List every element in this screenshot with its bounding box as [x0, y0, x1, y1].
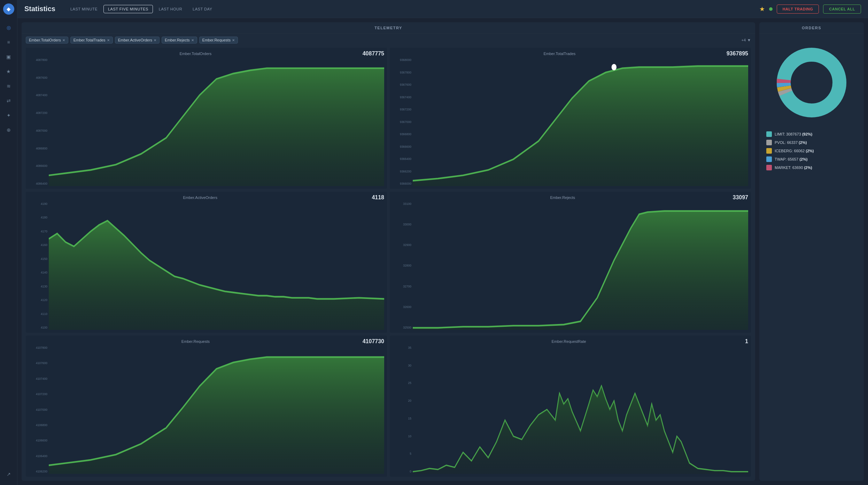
chart-title: Ember.RequestRate	[393, 339, 745, 344]
chart-request-rate: Ember.RequestRate 1 35 30 25 20 15 10 5 …	[390, 336, 751, 477]
chart-header: Ember.RequestRate 1	[393, 338, 748, 345]
chart-total-trades: Ember.TotalTrades 9367895 9368000 936780…	[390, 48, 751, 189]
chart-svg	[49, 57, 384, 186]
legend-item-iceberg: ICEBERG: 66062 (2%)	[766, 148, 857, 154]
chart-value: 9367895	[727, 51, 748, 57]
legend-label-twap: TWAP: 65657 (2%)	[775, 157, 807, 161]
filter-last-day[interactable]: LAST DAY	[188, 5, 217, 13]
chart-title: Ember.TotalOrders	[29, 52, 363, 56]
cancel-all-button[interactable]: CANCEL ALL	[823, 5, 861, 14]
chart-area: 35 30 25 20 15 10 5 0	[393, 345, 748, 474]
chart-header: Ember.ActiveOrders 4118	[29, 194, 384, 201]
legend-color-limit	[766, 131, 772, 137]
chart-header: Ember.Rejects 33097	[393, 194, 748, 201]
tag-total-orders[interactable]: Ember.TotalOrders ✕	[26, 37, 68, 44]
legend-item-limit: LIMIT: 3087673 (92%)	[766, 131, 857, 137]
donut-chart	[770, 41, 853, 124]
chart-header: Ember.TotalOrders 4087775	[29, 51, 384, 57]
chart-svg	[413, 57, 748, 186]
chart-svg	[413, 345, 748, 474]
y-axis: 4107800 4107600 4107400 4107200 4107000 …	[29, 345, 49, 474]
sidebar-icon-list[interactable]: ≡	[2, 36, 15, 48]
legend: LIMIT: 3087673 (92%) PVOL: 66337 (2%) IC…	[759, 128, 864, 174]
legend-label-iceberg: ICEBERG: 66062 (2%)	[775, 149, 814, 153]
sidebar-icon-chart[interactable]: ◎	[2, 21, 15, 34]
time-filter: LAST MINUTE LAST FIVE MINUTES LAST HOUR …	[66, 5, 217, 13]
header-right: ★ HALT TRADING CANCEL ALL	[759, 5, 861, 14]
legend-item-twap: TWAP: 65657 (2%)	[766, 156, 857, 162]
chart-area: 4190 4180 4170 4160 4150 4140 4130 4120 …	[29, 201, 384, 330]
chart-header: Ember.Requests 4107730	[29, 338, 384, 345]
tag-close-icon[interactable]: ✕	[107, 38, 110, 42]
filter-last-five-minutes[interactable]: LAST FIVE MINUTES	[103, 5, 153, 13]
sidebar-icon-star[interactable]: ★	[2, 65, 15, 78]
chart-title: Ember.Rejects	[393, 195, 733, 200]
tag-close-icon[interactable]: ✕	[154, 38, 156, 42]
chart-value: 33097	[733, 194, 749, 201]
star-icon: ★	[759, 5, 765, 13]
page-title: Statistics	[24, 5, 55, 13]
tag-close-icon[interactable]: ✕	[191, 38, 194, 42]
body-content: TELEMETRY Ember.TotalOrders ✕ Ember.Tota…	[17, 18, 868, 485]
chart-title: Ember.Requests	[29, 339, 363, 344]
sidebar-icon-exit[interactable]: ↗	[2, 468, 15, 480]
chart-svg	[49, 201, 384, 330]
legend-color-market	[766, 165, 772, 170]
legend-label-market: MARKET: 63690 (2%)	[775, 165, 812, 170]
legend-color-iceberg	[766, 148, 772, 154]
legend-color-pvol	[766, 140, 772, 145]
tags-bar: Ember.TotalOrders ✕ Ember.TotalTrades ✕ …	[22, 34, 755, 46]
tag-rejects[interactable]: Ember.Rejects ✕	[162, 37, 197, 44]
status-dot	[769, 7, 773, 11]
app-logo[interactable]: ◆	[3, 3, 14, 15]
chart-area: 4087800 4087600 4087400 4087200 4087000 …	[29, 57, 384, 186]
chart-header: Ember.TotalTrades 9367895	[393, 51, 748, 57]
telemetry-title: TELEMETRY	[22, 22, 755, 34]
sidebar-icon-add[interactable]: ⊕	[2, 124, 15, 136]
tag-close-icon[interactable]: ✕	[62, 38, 65, 42]
tag-total-trades[interactable]: Ember.TotalTrades ✕	[70, 37, 113, 44]
tag-requests[interactable]: Ember.Requests ✕	[199, 37, 238, 44]
chart-rejects: Ember.Rejects 33097 33100 33000 32900 32…	[390, 192, 751, 333]
tag-label: Ember.ActiveOrders	[118, 38, 152, 42]
chart-svg	[49, 345, 384, 474]
y-axis: 9368000 9367800 9367600 9367400 9367200 …	[393, 57, 413, 186]
sidebar: ◆ ◎ ≡ ▣ ★ ≋ ⇄ ✦ ⊕ ↗	[0, 0, 17, 485]
sidebar-icon-tools[interactable]: ✦	[2, 109, 15, 122]
tag-label: Ember.TotalOrders	[29, 38, 61, 42]
svg-point-7	[791, 62, 832, 103]
legend-label-pvol: PVOL: 66337 (2%)	[775, 140, 807, 145]
svg-point-0	[612, 64, 617, 70]
filter-last-hour[interactable]: LAST HOUR	[154, 5, 187, 13]
sidebar-icon-data[interactable]: ≋	[2, 80, 15, 92]
header: Statistics LAST MINUTE LAST FIVE MINUTES…	[17, 0, 868, 18]
chart-active-orders: Ember.ActiveOrders 4118 4190 4180 4170 4…	[26, 192, 387, 333]
filter-last-minute[interactable]: LAST MINUTE	[66, 5, 102, 13]
chart-area: 4107800 4107600 4107400 4107200 4107000 …	[29, 345, 384, 474]
tag-label: Ember.TotalTrades	[73, 38, 106, 42]
sidebar-icon-grid[interactable]: ▣	[2, 51, 15, 63]
y-axis: 4087800 4087600 4087400 4087200 4087000 …	[29, 57, 49, 186]
chart-value: 4087775	[363, 51, 384, 57]
sidebar-icon-transfer[interactable]: ⇄	[2, 94, 15, 107]
chevron-down-icon: ▼	[747, 38, 751, 42]
tags-more-count: +4	[742, 38, 746, 42]
chart-title: Ember.ActiveOrders	[29, 195, 372, 200]
telemetry-panel: TELEMETRY Ember.TotalOrders ✕ Ember.Tota…	[22, 22, 755, 481]
y-axis: 4190 4180 4170 4160 4150 4140 4130 4120 …	[29, 201, 49, 330]
tag-close-icon[interactable]: ✕	[232, 38, 235, 42]
charts-grid: Ember.TotalOrders 4087775 4087800 408760…	[22, 46, 755, 481]
tag-label: Ember.Requests	[202, 38, 231, 42]
chart-value: 1	[745, 338, 748, 345]
chart-requests: Ember.Requests 4107730 4107800 4107600 4…	[26, 336, 387, 477]
chart-value: 4107730	[363, 338, 384, 345]
tags-more-button[interactable]: +4 ▼	[742, 38, 751, 42]
y-axis: 35 30 25 20 15 10 5 0	[393, 345, 413, 474]
halt-trading-button[interactable]: HALT TRADING	[777, 5, 819, 14]
orders-panel: ORDERS	[759, 22, 864, 481]
legend-color-twap	[766, 156, 772, 162]
chart-svg	[413, 201, 748, 330]
donut-container	[759, 34, 864, 128]
tag-active-orders[interactable]: Ember.ActiveOrders ✕	[115, 37, 160, 44]
chart-value: 4118	[372, 194, 384, 201]
